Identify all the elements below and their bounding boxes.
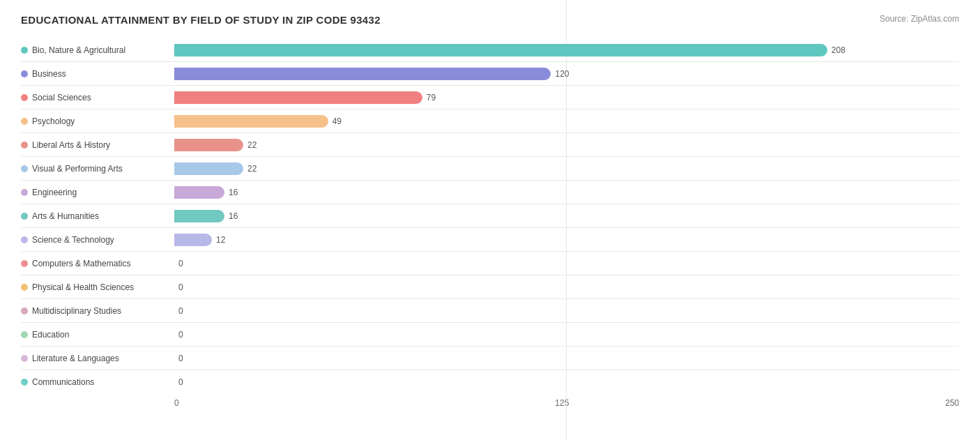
label-dot — [21, 94, 28, 101]
bar-row: Visual & Performing Arts 22 — [21, 157, 959, 181]
bar-label-text: Liberal Arts & History — [32, 140, 110, 150]
chart-area: Bio, Nature & Agricultural 208 Business … — [21, 38, 959, 394]
bar-row: Multidisciplinary Studies 0 — [21, 299, 959, 323]
bar-row: Psychology 49 — [21, 109, 959, 133]
bar-label: Visual & Performing Arts — [21, 164, 174, 174]
chart-header: EDUCATIONAL ATTAINMENT BY FIELD OF STUDY… — [21, 14, 959, 26]
bar-track: 16 — [174, 185, 959, 199]
bar-row: Education 0 — [21, 323, 959, 347]
bar-label: Liberal Arts & History — [21, 140, 174, 150]
bar-label: Science & Technology — [21, 235, 174, 245]
label-dot — [21, 165, 28, 172]
bar-row: Communications 0 — [21, 370, 959, 394]
bar-label-text: Arts & Humanities — [32, 211, 99, 221]
bar-fill — [174, 115, 328, 128]
bar-label: Arts & Humanities — [21, 211, 174, 221]
label-dot — [21, 47, 28, 54]
x-axis-label: 125 — [555, 398, 569, 408]
bar-label-text: Bio, Nature & Agricultural — [32, 45, 125, 55]
label-dot — [21, 70, 28, 77]
bar-label-text: Psychology — [32, 116, 75, 126]
bar-fill — [174, 210, 224, 222]
bar-value: 0 — [178, 377, 183, 387]
bar-track: 22 — [174, 138, 959, 152]
label-dot — [21, 118, 28, 125]
bar-fill — [174, 44, 827, 56]
bar-track: 16 — [174, 209, 959, 223]
bar-value: 79 — [427, 93, 436, 103]
bar-row: Bio, Nature & Agricultural 208 — [21, 38, 959, 62]
bar-row: Literature & Languages 0 — [21, 347, 959, 370]
bar-track: 120 — [174, 67, 959, 81]
label-dot — [21, 308, 28, 314]
bar-value: 22 — [247, 164, 257, 174]
bar-label: Physical & Health Sciences — [21, 282, 174, 292]
bar-value: 0 — [178, 306, 183, 316]
bar-value: 0 — [178, 354, 183, 363]
label-dot — [21, 236, 28, 243]
bar-row: Computers & Mathematics 0 — [21, 252, 959, 275]
bar-row: Arts & Humanities 16 — [21, 204, 959, 228]
bar-value: 0 — [178, 330, 183, 340]
bar-row: Science & Technology 12 — [21, 228, 959, 252]
bar-track: 12 — [174, 233, 959, 247]
bar-value: 0 — [178, 259, 183, 268]
bar-track: 49 — [174, 114, 959, 128]
bar-label-text: Engineering — [32, 188, 77, 197]
chart-source: Source: ZipAtlas.com — [880, 14, 959, 24]
bar-track: 208 — [174, 43, 959, 57]
label-dot — [21, 142, 28, 149]
x-axis-labels: 0125250 — [174, 398, 959, 408]
label-dot — [21, 260, 28, 267]
bar-label: Social Sciences — [21, 93, 174, 103]
chart-title: EDUCATIONAL ATTAINMENT BY FIELD OF STUDY… — [21, 14, 381, 26]
bar-label: Business — [21, 69, 174, 79]
bar-label: Communications — [21, 377, 174, 387]
bar-value: 0 — [178, 282, 183, 292]
label-dot — [21, 379, 28, 386]
bar-label-text: Multidisciplinary Studies — [32, 306, 121, 316]
bar-row: Engineering 16 — [21, 181, 959, 204]
bar-label-text: Communications — [32, 377, 94, 387]
bar-track: 0 — [174, 328, 959, 342]
bar-value: 16 — [229, 188, 238, 197]
bar-label-text: Visual & Performing Arts — [32, 164, 123, 174]
bar-label: Engineering — [21, 188, 174, 197]
bar-value: 208 — [832, 45, 845, 55]
x-axis-label: 250 — [945, 398, 959, 408]
bar-value: 16 — [229, 211, 238, 221]
bar-value: 120 — [555, 69, 569, 79]
bar-track: 22 — [174, 162, 959, 176]
bar-fill — [174, 234, 212, 246]
bar-value: 22 — [247, 140, 257, 150]
bar-track: 0 — [174, 304, 959, 318]
x-axis-label: 0 — [174, 398, 179, 408]
bar-label-text: Literature & Languages — [32, 354, 119, 363]
bar-label: Education — [21, 330, 174, 340]
label-dot — [21, 331, 28, 338]
label-dot — [21, 213, 28, 220]
bar-row: Physical & Health Sciences 0 — [21, 275, 959, 299]
bar-label: Computers & Mathematics — [21, 259, 174, 268]
bar-fill — [174, 139, 243, 151]
bar-fill — [174, 91, 422, 104]
bar-label: Bio, Nature & Agricultural — [21, 45, 174, 55]
bar-fill — [174, 162, 243, 175]
bar-track: 0 — [174, 375, 959, 389]
bar-track: 79 — [174, 91, 959, 105]
chart-container: EDUCATIONAL ATTAINMENT BY FIELD OF STUDY… — [0, 0, 980, 440]
bar-value: 49 — [332, 116, 342, 126]
bar-label-text: Computers & Mathematics — [32, 259, 130, 268]
bar-row: Liberal Arts & History 22 — [21, 133, 959, 157]
bar-label: Psychology — [21, 116, 174, 126]
label-dot — [21, 284, 28, 291]
label-dot — [21, 189, 28, 196]
bar-row: Social Sciences 79 — [21, 86, 959, 109]
bar-label-text: Education — [32, 330, 69, 340]
label-dot — [21, 355, 28, 362]
bar-fill — [174, 68, 551, 80]
bar-label-text: Business — [32, 69, 66, 79]
bar-track: 0 — [174, 351, 959, 365]
bar-track: 0 — [174, 280, 959, 294]
bar-row: Business 120 — [21, 62, 959, 86]
